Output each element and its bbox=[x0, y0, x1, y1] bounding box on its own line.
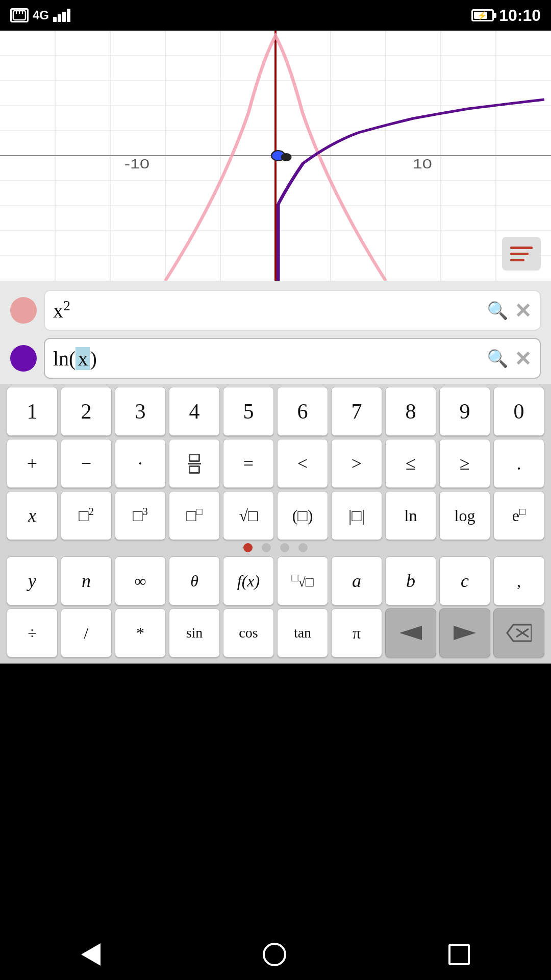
input-area: x2 🔍 ✕ ln(x) 🔍 ✕ bbox=[0, 281, 551, 384]
svg-point-25 bbox=[281, 153, 292, 161]
key-less[interactable]: < bbox=[277, 439, 328, 488]
menu-button[interactable] bbox=[502, 237, 541, 271]
network-label: 4G bbox=[33, 8, 49, 22]
nav-back-button[interactable] bbox=[81, 943, 101, 966]
key-period[interactable]: . bbox=[493, 439, 544, 488]
key-leq[interactable]: ≤ bbox=[385, 439, 436, 488]
home-icon bbox=[263, 943, 286, 966]
key-y-var[interactable]: y bbox=[7, 556, 58, 605]
key-tan[interactable]: tan bbox=[277, 608, 328, 657]
key-right-arrow[interactable] bbox=[439, 608, 490, 657]
svg-marker-28 bbox=[507, 625, 532, 641]
hamburger-icon bbox=[510, 247, 533, 261]
key-log[interactable]: log bbox=[439, 491, 490, 540]
key-9[interactable]: 9 bbox=[439, 387, 490, 436]
key-5[interactable]: 5 bbox=[223, 387, 274, 436]
fraction-icon bbox=[188, 454, 201, 474]
key-row-operators: + − · = < > ≤ ≥ . bbox=[4, 439, 547, 488]
key-geq[interactable]: ≥ bbox=[439, 439, 490, 488]
key-x-var[interactable]: x bbox=[7, 491, 58, 540]
key-row-vars: y n ∞ θ f(x) □√□ a b c , bbox=[4, 556, 547, 605]
graph-area: -10 10 bbox=[0, 31, 551, 281]
input-icons-2: 🔍 ✕ bbox=[487, 347, 532, 371]
right-arrow-icon bbox=[454, 624, 476, 642]
key-3[interactable]: 3 bbox=[115, 387, 166, 436]
left-arrow-icon bbox=[399, 624, 422, 642]
key-row-functions: x □2 □3 □□ √□ (□) |□| ln log e□ bbox=[4, 491, 547, 540]
input-value-2: ln(x) bbox=[53, 347, 487, 371]
key-row-numbers: 1 2 3 4 5 6 7 8 9 0 bbox=[4, 387, 547, 436]
key-paren[interactable]: (□) bbox=[277, 491, 328, 540]
key-ln[interactable]: ln bbox=[385, 491, 436, 540]
status-left: 4G bbox=[10, 8, 70, 22]
svg-marker-27 bbox=[454, 626, 476, 640]
backspace-icon bbox=[506, 624, 532, 642]
key-a-var[interactable]: a bbox=[331, 556, 382, 605]
page-dot-2[interactable] bbox=[262, 543, 271, 552]
key-power[interactable]: □□ bbox=[169, 491, 220, 540]
page-dot-4[interactable] bbox=[298, 543, 308, 552]
input-box-2[interactable]: ln(x) 🔍 ✕ bbox=[44, 338, 541, 379]
key-n-var[interactable]: n bbox=[61, 556, 112, 605]
key-cube[interactable]: □3 bbox=[115, 491, 166, 540]
key-exp[interactable]: e□ bbox=[493, 491, 544, 540]
nav-bar bbox=[0, 929, 551, 980]
key-divide[interactable]: ÷ bbox=[7, 608, 58, 657]
key-1[interactable]: 1 bbox=[7, 387, 58, 436]
key-comma[interactable]: , bbox=[493, 556, 544, 605]
battery-icon: ⚡ bbox=[471, 9, 494, 21]
clear-button-2[interactable]: ✕ bbox=[514, 347, 532, 371]
key-cos[interactable]: cos bbox=[223, 608, 274, 657]
key-left-arrow[interactable] bbox=[385, 608, 436, 657]
key-fraction[interactable] bbox=[169, 439, 220, 488]
key-6[interactable]: 6 bbox=[277, 387, 328, 436]
key-dot-mult[interactable]: · bbox=[115, 439, 166, 488]
key-pi[interactable]: π bbox=[331, 608, 382, 657]
key-theta[interactable]: θ bbox=[169, 556, 220, 605]
page-dot-1[interactable] bbox=[243, 543, 253, 552]
key-sqrt[interactable]: √□ bbox=[223, 491, 274, 540]
key-slash[interactable]: / bbox=[61, 608, 112, 657]
key-8[interactable]: 8 bbox=[385, 387, 436, 436]
key-4[interactable]: 4 bbox=[169, 387, 220, 436]
color-dot-pink bbox=[10, 297, 37, 324]
search-icon-2[interactable]: 🔍 bbox=[487, 348, 508, 369]
key-c-var[interactable]: c bbox=[439, 556, 490, 605]
input-value-1: x2 bbox=[53, 298, 487, 323]
key-plus[interactable]: + bbox=[7, 439, 58, 488]
status-right: ⚡ 10:10 bbox=[471, 6, 541, 25]
key-2[interactable]: 2 bbox=[61, 387, 112, 436]
input-icons-1: 🔍 ✕ bbox=[487, 299, 532, 323]
svg-marker-26 bbox=[399, 626, 422, 640]
input-box-1[interactable]: x2 🔍 ✕ bbox=[44, 290, 541, 331]
key-function[interactable]: f(x) bbox=[223, 556, 274, 605]
page-dot-3[interactable] bbox=[280, 543, 289, 552]
key-0[interactable]: 0 bbox=[493, 387, 544, 436]
key-backspace[interactable] bbox=[493, 608, 544, 657]
color-dot-purple bbox=[10, 345, 37, 372]
page-dots bbox=[4, 543, 547, 552]
key-nth-root[interactable]: □√□ bbox=[277, 556, 328, 605]
key-row-trig: ÷ / * sin cos tan π bbox=[4, 608, 547, 657]
key-infinity[interactable]: ∞ bbox=[115, 556, 166, 605]
search-icon-1[interactable]: 🔍 bbox=[487, 300, 508, 321]
clock: 10:10 bbox=[499, 6, 541, 25]
key-multiply[interactable]: * bbox=[115, 608, 166, 657]
key-square[interactable]: □2 bbox=[61, 491, 112, 540]
key-b-var[interactable]: b bbox=[385, 556, 436, 605]
back-icon bbox=[81, 943, 101, 966]
key-equals[interactable]: = bbox=[223, 439, 274, 488]
nav-home-button[interactable] bbox=[263, 943, 286, 966]
graph-svg: -10 10 bbox=[0, 31, 551, 281]
nav-recents-button[interactable] bbox=[448, 944, 470, 965]
signal-bars bbox=[53, 9, 70, 22]
key-7[interactable]: 7 bbox=[331, 387, 382, 436]
key-greater[interactable]: > bbox=[331, 439, 382, 488]
key-abs[interactable]: |□| bbox=[331, 491, 382, 540]
key-minus[interactable]: − bbox=[61, 439, 112, 488]
svg-text:10: 10 bbox=[413, 156, 432, 171]
clear-button-1[interactable]: ✕ bbox=[514, 299, 532, 323]
input-row-2: ln(x) 🔍 ✕ bbox=[10, 338, 541, 379]
key-sin[interactable]: sin bbox=[169, 608, 220, 657]
input-row-1: x2 🔍 ✕ bbox=[10, 290, 541, 331]
